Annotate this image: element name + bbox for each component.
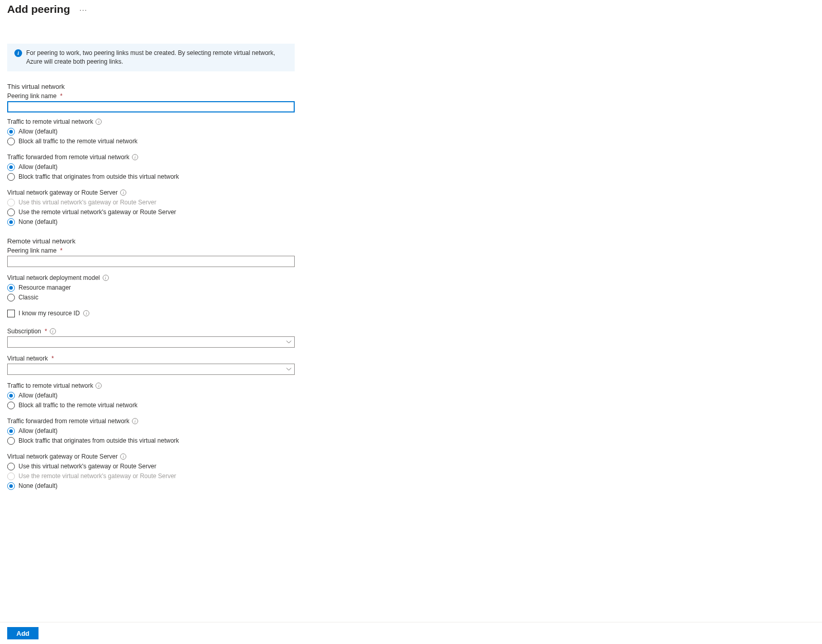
checkbox-icon: [7, 310, 15, 317]
required-asterisk: *: [60, 247, 63, 254]
remote-peering-link-name-input[interactable]: [7, 256, 295, 267]
this-gateway-none-radio[interactable]: None (default): [7, 217, 295, 227]
info-icon[interactable]: i: [95, 119, 102, 125]
info-icon[interactable]: i: [50, 328, 56, 334]
this-traffic-forwarded-label: Traffic forwarded from remote virtual ne…: [7, 154, 295, 161]
radio-icon: [7, 402, 15, 409]
radio-icon: [7, 209, 15, 216]
remote-traffic-to-remote-allow-radio[interactable]: Allow (default): [7, 391, 295, 401]
know-resource-id-checkbox[interactable]: I know my resource ID i: [7, 310, 295, 317]
info-icon[interactable]: i: [95, 383, 102, 389]
this-traffic-to-remote-label: Traffic to remote virtual network i: [7, 118, 295, 125]
page-title: Add peering: [7, 3, 70, 15]
this-traffic-forwarded-block-radio[interactable]: Block traffic that originates from outsi…: [7, 172, 295, 182]
deployment-model-classic-radio[interactable]: Classic: [7, 293, 295, 302]
radio-icon: [7, 472, 15, 480]
radio-icon: [7, 294, 15, 301]
remote-gateway-label: Virtual network gateway or Route Server …: [7, 453, 295, 460]
deployment-model-rm-radio[interactable]: Resource manager: [7, 283, 295, 293]
virtual-network-select[interactable]: [7, 364, 295, 375]
radio-icon: [7, 218, 15, 226]
remote-peering-link-name-label: Peering link name*: [7, 247, 295, 254]
info-banner: i For peering to work, two peering links…: [7, 44, 295, 71]
this-gateway-use-this-radio: Use this virtual network's gateway or Ro…: [7, 198, 295, 207]
remote-traffic-to-remote-label: Traffic to remote virtual network i: [7, 382, 295, 389]
remote-vnet-heading: Remote virtual network: [7, 237, 295, 245]
subscription-select[interactable]: [7, 336, 295, 348]
radio-icon: [7, 463, 15, 470]
radio-icon: [7, 427, 15, 435]
radio-icon: [7, 199, 15, 206]
this-traffic-to-remote-allow-radio[interactable]: Allow (default): [7, 127, 295, 137]
remote-traffic-forwarded-block-radio[interactable]: Block traffic that originates from outsi…: [7, 436, 295, 446]
info-icon[interactable]: i: [120, 453, 126, 460]
radio-icon: [7, 173, 15, 181]
info-icon[interactable]: i: [83, 310, 89, 316]
this-peering-link-name-label: Peering link name*: [7, 92, 295, 100]
remote-traffic-forwarded-label: Traffic forwarded from remote virtual ne…: [7, 418, 295, 425]
info-banner-text: For peering to work, two peering links m…: [26, 49, 288, 66]
radio-icon: [7, 163, 15, 171]
radio-icon: [7, 437, 15, 445]
radio-icon: [7, 138, 15, 145]
required-asterisk: *: [60, 92, 63, 100]
info-icon[interactable]: i: [132, 418, 138, 424]
virtual-network-label: Virtual network*: [7, 355, 295, 362]
page-header: Add peering ···: [7, 3, 815, 15]
remote-gateway-none-radio[interactable]: None (default): [7, 481, 295, 491]
this-gateway-label: Virtual network gateway or Route Server …: [7, 189, 295, 196]
radio-icon: [7, 392, 15, 400]
this-traffic-forwarded-allow-radio[interactable]: Allow (default): [7, 162, 295, 172]
this-traffic-to-remote-block-radio[interactable]: Block all traffic to the remote virtual …: [7, 137, 295, 146]
radio-icon: [7, 128, 15, 136]
required-asterisk: *: [45, 328, 47, 335]
remote-gateway-use-remote-radio: Use the remote virtual network's gateway…: [7, 471, 295, 481]
more-actions-button[interactable]: ···: [78, 5, 90, 14]
remote-traffic-to-remote-block-radio[interactable]: Block all traffic to the remote virtual …: [7, 401, 295, 410]
remote-traffic-forwarded-allow-radio[interactable]: Allow (default): [7, 426, 295, 436]
info-icon[interactable]: i: [132, 154, 138, 160]
this-gateway-use-remote-radio[interactable]: Use the remote virtual network's gateway…: [7, 207, 295, 217]
info-icon[interactable]: i: [103, 275, 109, 281]
info-icon: i: [14, 49, 22, 57]
this-vnet-heading: This virtual network: [7, 83, 295, 90]
radio-icon: [7, 482, 15, 490]
remote-gateway-use-this-radio[interactable]: Use this virtual network's gateway or Ro…: [7, 462, 295, 471]
this-peering-link-name-input[interactable]: [7, 101, 295, 112]
info-icon[interactable]: i: [120, 190, 126, 196]
deployment-model-label: Virtual network deployment model i: [7, 274, 295, 281]
subscription-label: Subscription* i: [7, 328, 295, 335]
required-asterisk: *: [51, 355, 54, 362]
radio-icon: [7, 284, 15, 292]
